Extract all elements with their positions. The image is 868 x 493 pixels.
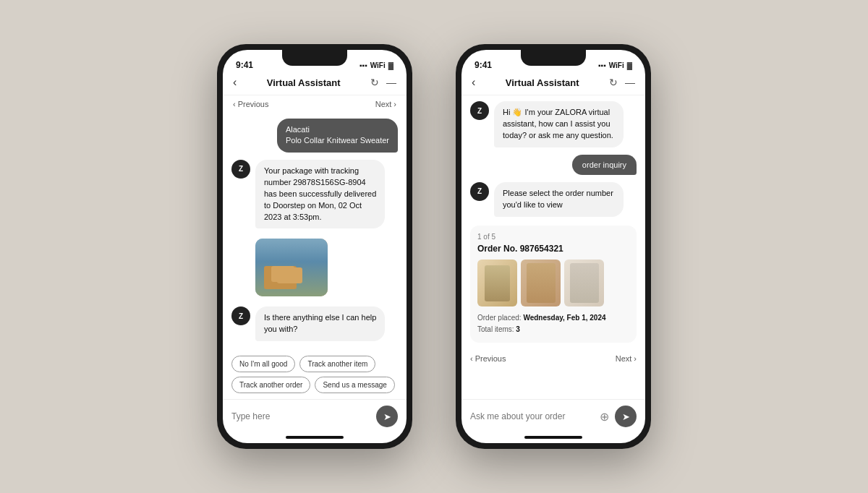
input-row-1: ➤ <box>223 399 407 436</box>
product-image-3 <box>564 260 604 306</box>
home-indicator-1 <box>286 436 344 439</box>
signal-icon-2: ▪▪▪ <box>598 61 606 69</box>
order-placed-date: Wednesday, Feb 1, 2024 <box>523 314 605 322</box>
nav-row-1: ‹ Previous Next › <box>223 95 407 113</box>
product-desc: Polo Collar Knitwear Sweater <box>286 135 389 146</box>
time-2: 9:41 <box>475 60 492 70</box>
avatar-1b: Z <box>231 306 250 325</box>
chat-area-1: Alacati Polo Collar Knitwear Sweater Z Y… <box>223 113 407 353</box>
wifi-icon-2: WiFi <box>609 61 624 69</box>
avatar-1: Z <box>231 160 250 179</box>
next-label-2: Next <box>616 354 632 363</box>
user-quick-reply[interactable]: order inquiry <box>572 155 637 175</box>
minus-icon-2[interactable]: — <box>625 77 635 88</box>
signal-icon: ▪▪▪ <box>359 61 367 69</box>
user-bubble-1: Alacati Polo Collar Knitwear Sweater <box>277 119 398 153</box>
bot-msg-2: Z Is there anything else I can help you … <box>231 306 398 341</box>
send-btn-2[interactable]: ➤ <box>615 406 637 427</box>
battery-icon: ▓ <box>388 61 393 69</box>
box-1 <box>264 266 297 289</box>
next-btn-1[interactable]: Next › <box>375 100 396 108</box>
home-indicator-2 <box>524 436 582 439</box>
bot-msg-1: Z Your package with tracking number 2987… <box>231 160 398 229</box>
order-card[interactable]: 1 of 5 Order No. 987654321 Order placed:… <box>470 226 637 343</box>
quick-actions-1: No I'm all good Track another item Track… <box>223 353 407 399</box>
minus-icon-1[interactable]: — <box>386 77 396 88</box>
send-icon-1: ➤ <box>383 411 391 422</box>
header-title-1: Virtual Assistant <box>267 77 341 88</box>
product-image-1 <box>477 260 517 306</box>
notch-1 <box>282 50 347 66</box>
total-items-count: 3 <box>516 325 520 333</box>
chevron-right-2: › <box>634 354 637 363</box>
send-btn-1[interactable]: ➤ <box>376 406 398 427</box>
order-number: Order No. 987654321 <box>477 244 629 254</box>
phone-1: 9:41 ▪▪▪ WiFi ▓ ‹ Virtual Assistant ↻ — … <box>217 44 412 449</box>
back-button-2[interactable]: ‹ <box>472 76 475 89</box>
user-msg-1: Alacati Polo Collar Knitwear Sweater <box>231 119 398 153</box>
box-2 <box>271 266 294 282</box>
track-order-btn[interactable]: Track another order <box>231 377 310 393</box>
refresh-icon-2[interactable]: ↻ <box>609 77 618 88</box>
send-message-btn[interactable]: Send us a message <box>315 377 394 393</box>
nav-row-2: ‹ Previous Next › <box>470 351 637 366</box>
product-images <box>477 260 629 306</box>
battery-icon-2: ▓ <box>627 61 632 69</box>
status-icons-1: ▪▪▪ WiFi ▓ <box>359 61 393 69</box>
order-meta: Order placed: Wednesday, Feb 1, 2024 Tot… <box>477 312 629 335</box>
avatar-2b: Z <box>470 182 489 201</box>
no-good-btn[interactable]: No I'm all good <box>231 356 295 372</box>
phone-2: 9:41 ▪▪▪ WiFi ▓ ‹ Virtual Assistant ↻ — … <box>456 44 651 449</box>
bot-bubble-1: Your package with tracking number 29878S… <box>255 160 385 229</box>
total-items-label: Total items: <box>477 325 514 333</box>
delivery-image <box>255 239 328 296</box>
bot-msg-2b: Z Please select the order number you'd l… <box>470 182 637 217</box>
order-count-label: 1 of 5 <box>477 233 629 241</box>
header-icons-1: ↻ — <box>370 77 396 88</box>
user-reply: order inquiry <box>470 155 637 175</box>
header-2: ‹ Virtual Assistant ↻ — <box>461 73 645 95</box>
product-name: Alacati <box>286 124 389 135</box>
back-button-1[interactable]: ‹ <box>233 76 237 89</box>
header-1: ‹ Virtual Assistant ↻ — <box>223 73 407 95</box>
attach-icon[interactable]: ⊕ <box>600 410 609 424</box>
status-icons-2: ▪▪▪ WiFi ▓ <box>598 61 632 69</box>
notch-2 <box>521 50 586 66</box>
wifi-icon: WiFi <box>370 61 386 69</box>
previous-label-2: Previous <box>475 354 506 363</box>
chat-area-2: Z Hi 👋 I'm your ZALORA virtual assistant… <box>461 95 645 399</box>
previous-btn-1[interactable]: ‹ Previous <box>233 100 268 108</box>
track-item-btn[interactable]: Track another item <box>299 356 375 372</box>
bot-bubble-2: Is there anything else I can help you wi… <box>255 306 385 341</box>
previous-label-1: Previous <box>238 100 269 108</box>
time-1: 9:41 <box>236 60 253 70</box>
bot-bubble-2b: Please select the order number you'd lik… <box>494 182 624 217</box>
previous-btn-2[interactable]: ‹ Previous <box>470 354 506 363</box>
chevron-left-1: ‹ <box>233 100 236 108</box>
chevron-right-1: › <box>393 100 396 108</box>
chevron-left-2: ‹ <box>470 354 473 363</box>
bot-greeting-msg: Z Hi 👋 I'm your ZALORA virtual assistant… <box>470 101 637 147</box>
avatar-2a: Z <box>470 101 489 120</box>
chat-input-1[interactable] <box>231 411 370 421</box>
refresh-icon-1[interactable]: ↻ <box>370 77 379 88</box>
next-label-1: Next <box>375 100 392 108</box>
next-btn-2[interactable]: Next › <box>616 354 637 363</box>
product-image-2 <box>521 260 561 306</box>
bot-greeting-bubble: Hi 👋 I'm your ZALORA virtual assistant, … <box>494 101 624 147</box>
order-placed-label: Order placed: <box>477 314 522 322</box>
input-row-2: ⊕ ➤ <box>461 399 645 436</box>
chat-input-2[interactable] <box>470 411 594 421</box>
header-title-2: Virtual Assistant <box>506 77 579 88</box>
send-icon-2: ➤ <box>622 411 630 422</box>
header-icons-2: ↻ — <box>609 77 635 88</box>
